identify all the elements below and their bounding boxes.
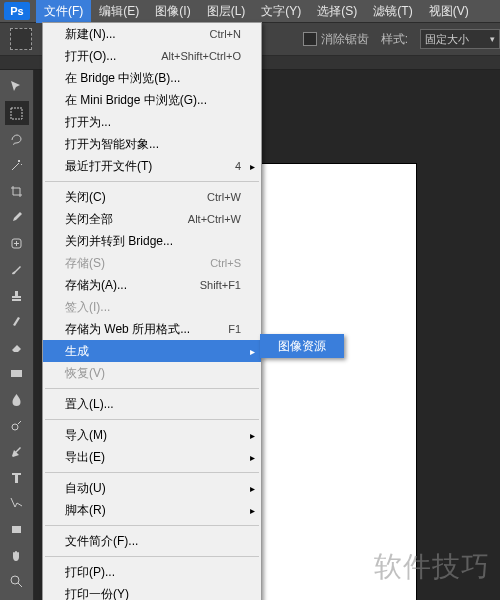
menu-选择[interactable]: 选择(S) — [309, 0, 365, 23]
menu-item-shortcut: Ctrl+N — [210, 28, 241, 40]
menu-separator — [45, 419, 259, 420]
submenu-arrow-icon: ▸ — [250, 346, 255, 357]
menu-item-label: 存储为(A)... — [65, 277, 127, 294]
menu-图层[interactable]: 图层(L) — [199, 0, 254, 23]
menu-item-label: 打印(P)... — [65, 564, 115, 581]
menu-item-label: 打开(O)... — [65, 48, 116, 65]
submenu-arrow-icon: ▸ — [250, 505, 255, 516]
tool-brush[interactable] — [5, 257, 29, 281]
menu-滤镜[interactable]: 滤镜(T) — [365, 0, 420, 23]
menu-separator — [45, 525, 259, 526]
tools-panel — [0, 70, 34, 600]
tool-hand[interactable] — [5, 543, 29, 567]
menu-item[interactable]: 关闭全部Alt+Ctrl+W — [43, 208, 261, 230]
menu-item-label: 新建(N)... — [65, 26, 116, 43]
menu-图像[interactable]: 图像(I) — [147, 0, 198, 23]
tool-gradient[interactable] — [5, 361, 29, 385]
menu-编辑[interactable]: 编辑(E) — [91, 0, 147, 23]
menubar: Ps 文件(F)编辑(E)图像(I)图层(L)文字(Y)选择(S)滤镜(T)视图… — [0, 0, 500, 22]
menu-item-label: 导入(M) — [65, 427, 107, 444]
menu-item[interactable]: 自动(U)▸ — [43, 477, 261, 499]
tool-eyedrop[interactable] — [5, 205, 29, 229]
menu-separator — [45, 388, 259, 389]
menu-文字[interactable]: 文字(Y) — [253, 0, 309, 23]
style-select-value: 固定大小 — [425, 32, 469, 47]
menu-item-label: 存储(S) — [65, 255, 105, 272]
svg-point-7 — [11, 576, 19, 584]
menu-item[interactable]: 关闭(C)Ctrl+W — [43, 186, 261, 208]
menu-item-label: 最近打开文件(T) — [65, 158, 152, 175]
menu-item-label: 关闭(C) — [65, 189, 106, 206]
tool-history[interactable] — [5, 309, 29, 333]
svg-rect-0 — [11, 108, 22, 119]
menu-item-label: 文件简介(F)... — [65, 533, 138, 550]
menu-item[interactable]: 文件简介(F)... — [43, 530, 261, 552]
menu-item-label: 恢复(V) — [65, 365, 105, 382]
submenu-arrow-icon: ▸ — [250, 483, 255, 494]
menu-item-shortcut: 4 — [235, 160, 241, 172]
menu-item[interactable]: 导入(M)▸ — [43, 424, 261, 446]
menu-item[interactable]: 打印一份(Y) — [43, 583, 261, 600]
menu-item-label: 脚本(R) — [65, 502, 106, 519]
menu-item[interactable]: 脚本(R)▸ — [43, 499, 261, 521]
tool-eraser[interactable] — [5, 335, 29, 359]
tool-rect[interactable] — [5, 517, 29, 541]
submenu-arrow-icon: ▸ — [250, 430, 255, 441]
menu-item-shortcut: Alt+Shift+Ctrl+O — [161, 50, 241, 62]
generate-submenu: 图像资源 — [260, 334, 344, 358]
tool-blur[interactable] — [5, 387, 29, 411]
menu-item-label: 打印一份(Y) — [65, 586, 129, 601]
tool-pen[interactable] — [5, 439, 29, 463]
menu-item-label: 在 Bridge 中浏览(B)... — [65, 70, 180, 87]
style-select[interactable]: 固定大小 ▾ — [420, 29, 500, 49]
menu-item[interactable]: 打印(P)... — [43, 561, 261, 583]
tool-marquee[interactable] — [5, 101, 29, 125]
menu-item-label: 关闭并转到 Bridge... — [65, 233, 173, 250]
tool-crop[interactable] — [5, 179, 29, 203]
menu-item[interactable]: 生成▸ — [43, 340, 261, 362]
menu-item-label: 存储为 Web 所用格式... — [65, 321, 190, 338]
menu-item-label: 打开为... — [65, 114, 111, 131]
tool-dodge[interactable] — [5, 413, 29, 437]
menu-视图[interactable]: 视图(V) — [421, 0, 477, 23]
tool-heal[interactable] — [5, 231, 29, 255]
antialias-group: 消除锯齿 — [303, 31, 369, 48]
menu-item-label: 自动(U) — [65, 480, 106, 497]
menu-item[interactable]: 打开为智能对象... — [43, 133, 261, 155]
svg-rect-2 — [12, 299, 21, 301]
menu-item: 存储(S)Ctrl+S — [43, 252, 261, 274]
menu-item[interactable]: 存储为(A)...Shift+F1 — [43, 274, 261, 296]
menu-item[interactable]: 导出(E)▸ — [43, 446, 261, 468]
menu-item-shortcut: Alt+Ctrl+W — [188, 213, 241, 225]
menu-separator — [45, 556, 259, 557]
menu-item[interactable]: 打开为... — [43, 111, 261, 133]
tool-lasso[interactable] — [5, 127, 29, 151]
menu-item[interactable]: 打开(O)...Alt+Shift+Ctrl+O — [43, 45, 261, 67]
file-menu-dropdown: 新建(N)...Ctrl+N打开(O)...Alt+Shift+Ctrl+O在 … — [42, 22, 262, 600]
submenu-item-image-assets[interactable]: 图像资源 — [261, 335, 343, 357]
tool-path[interactable] — [5, 491, 29, 515]
menu-item[interactable]: 新建(N)...Ctrl+N — [43, 23, 261, 45]
antialias-checkbox[interactable] — [303, 32, 317, 46]
menu-文件[interactable]: 文件(F) — [36, 0, 91, 23]
menu-item[interactable]: 在 Bridge 中浏览(B)... — [43, 67, 261, 89]
svg-rect-3 — [11, 370, 22, 377]
menu-item[interactable]: 在 Mini Bridge 中浏览(G)... — [43, 89, 261, 111]
menu-item-shortcut: Ctrl+S — [210, 257, 241, 269]
app-logo: Ps — [4, 2, 30, 20]
tool-stamp[interactable] — [5, 283, 29, 307]
antialias-label: 消除锯齿 — [321, 31, 369, 48]
menu-separator — [45, 181, 259, 182]
tool-preset-icon[interactable] — [10, 28, 32, 50]
tool-zoom[interactable] — [5, 569, 29, 593]
menu-item-shortcut: F1 — [228, 323, 241, 335]
menu-item-label: 签入(I)... — [65, 299, 110, 316]
tool-wand[interactable] — [5, 153, 29, 177]
menu-item: 签入(I)... — [43, 296, 261, 318]
menu-item[interactable]: 最近打开文件(T)4▸ — [43, 155, 261, 177]
tool-type[interactable] — [5, 465, 29, 489]
menu-item[interactable]: 关闭并转到 Bridge... — [43, 230, 261, 252]
menu-item[interactable]: 置入(L)... — [43, 393, 261, 415]
tool-move[interactable] — [5, 75, 29, 99]
menu-item[interactable]: 存储为 Web 所用格式...F1 — [43, 318, 261, 340]
